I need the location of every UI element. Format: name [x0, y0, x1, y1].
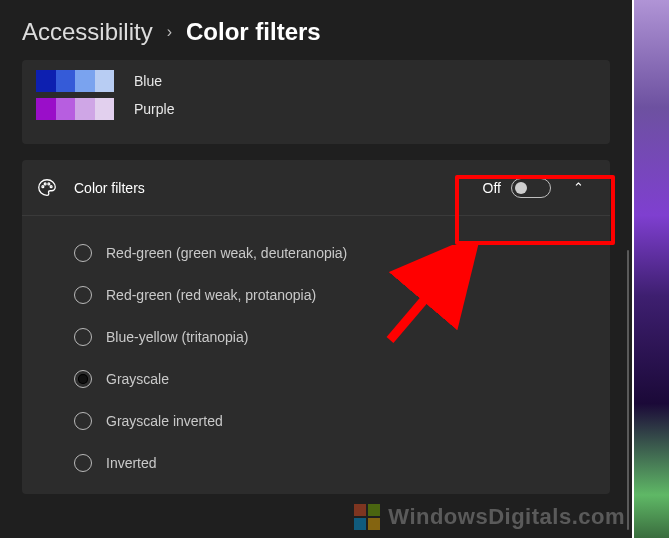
watermark-text: .com — [572, 504, 625, 529]
option-inverted[interactable]: Inverted — [74, 442, 600, 484]
swatch-blue — [36, 70, 114, 92]
svg-point-3 — [50, 185, 52, 187]
option-label: Red-green (green weak, deuteranopia) — [106, 245, 347, 261]
watermark: WindowsDigitals.com — [354, 504, 625, 530]
radio-icon — [74, 454, 92, 472]
swatch-label: Blue — [134, 73, 162, 89]
svg-point-0 — [42, 185, 44, 187]
swatch-purple — [36, 98, 114, 120]
filter-options-list: Red-green (green weak, deuteranopia) Red… — [22, 216, 610, 494]
option-deuteranopia[interactable]: Red-green (green weak, deuteranopia) — [74, 232, 600, 274]
scrollbar[interactable] — [627, 250, 629, 530]
watermark-text: Digitals — [488, 504, 571, 529]
swatch-row-blue: Blue — [36, 70, 596, 92]
radio-icon — [74, 244, 92, 262]
color-filters-toggle[interactable] — [511, 178, 551, 198]
svg-point-1 — [44, 182, 46, 184]
breadcrumb-parent[interactable]: Accessibility — [22, 18, 153, 46]
option-label: Grayscale inverted — [106, 413, 223, 429]
chevron-up-icon[interactable]: ⌃ — [567, 176, 590, 199]
option-label: Inverted — [106, 455, 157, 471]
option-tritanopia[interactable]: Blue-yellow (tritanopia) — [74, 316, 600, 358]
radio-icon — [74, 286, 92, 304]
section-title: Color filters — [74, 180, 467, 196]
watermark-text: Windows — [388, 504, 488, 529]
toggle-knob — [515, 182, 527, 194]
color-preview-panel: Blue Purple — [22, 60, 610, 144]
svg-point-2 — [48, 182, 50, 184]
windows-logo-icon — [354, 504, 380, 530]
color-filters-toggle-group: Off — [483, 178, 551, 198]
breadcrumb: Accessibility › Color filters — [0, 18, 632, 60]
radio-icon — [74, 370, 92, 388]
desktop-wallpaper-sliver — [632, 0, 669, 538]
page-title: Color filters — [186, 18, 321, 46]
option-label: Red-green (red weak, protanopia) — [106, 287, 316, 303]
option-label: Grayscale — [106, 371, 169, 387]
swatch-row-purple: Purple — [36, 98, 596, 120]
option-grayscale[interactable]: Grayscale — [74, 358, 600, 400]
settings-page: Accessibility › Color filters Blue Purpl… — [0, 0, 632, 538]
option-label: Blue-yellow (tritanopia) — [106, 329, 248, 345]
palette-icon — [36, 177, 58, 199]
radio-icon — [74, 412, 92, 430]
option-grayscale-inverted[interactable]: Grayscale inverted — [74, 400, 600, 442]
option-protanopia[interactable]: Red-green (red weak, protanopia) — [74, 274, 600, 316]
toggle-state-label: Off — [483, 180, 501, 196]
radio-icon — [74, 328, 92, 346]
chevron-right-icon: › — [167, 23, 172, 41]
color-filters-section: Color filters Off ⌃ Red-green (green wea… — [22, 160, 610, 494]
swatch-label: Purple — [134, 101, 174, 117]
section-header[interactable]: Color filters Off ⌃ — [22, 160, 610, 216]
